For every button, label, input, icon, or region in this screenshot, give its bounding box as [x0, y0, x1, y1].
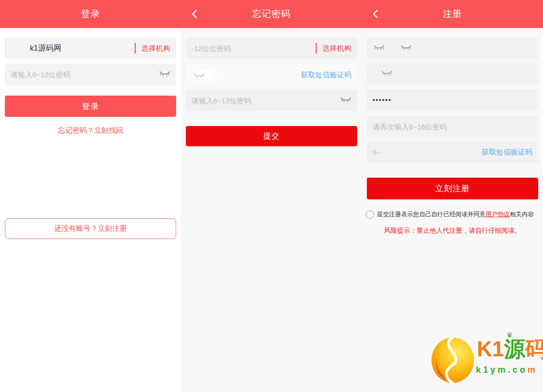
brand-ma: 码 [525, 337, 543, 361]
eye-closed-icon [374, 44, 385, 53]
brand-domain-main: k1ym.co [476, 365, 528, 375]
logo-sphere-icon [431, 337, 474, 383]
password-input[interactable] [11, 70, 159, 79]
choose-org-button[interactable]: 选择机构 [322, 44, 351, 53]
get-sms-code-button[interactable]: 获取短信验证码 [482, 148, 532, 157]
sms-code-field: 获取短信验证码 [186, 64, 357, 85]
forgot-password-panel: 忘记密码 选择机构 获取短信验证码 [181, 0, 362, 392]
register-panel: 注册 [362, 0, 543, 392]
user-agreement-link[interactable]: 用户协议 [486, 211, 510, 218]
back-button[interactable] [188, 8, 200, 20]
account-field[interactable] [367, 38, 538, 59]
forgot-header: 忘记密码 [181, 0, 362, 28]
brand-logo: ♛ K1源码 k1ym.com [431, 335, 543, 383]
eye-closed-icon [401, 44, 412, 53]
agreement-text: 提交注册表示您自己自行已经阅读并同意用户协议相关内容 [377, 210, 534, 219]
password-field [367, 89, 538, 110]
red-divider [316, 43, 317, 54]
back-icon [192, 10, 197, 18]
forgot-password-link[interactable]: 忘记密码？立刻找回 [0, 126, 181, 135]
agreement-radio[interactable] [366, 210, 374, 219]
login-button[interactable]: 登录 [5, 96, 176, 117]
back-button[interactable] [369, 8, 381, 20]
agreement-row: 提交注册表示您自己自行已经阅读并同意用户协议相关内容 [366, 210, 540, 219]
risk-warning-text: 风险提示：禁止他人代注册，请自行仔细阅读。 [367, 226, 538, 235]
account-field: 选择机构 [186, 38, 357, 59]
register-button[interactable]: 立刻注册 [367, 178, 538, 199]
brand-domain-last: m [528, 365, 538, 375]
get-sms-code-button[interactable]: 获取短信验证码 [301, 70, 351, 80]
choose-org-button[interactable]: 选择机构 [141, 44, 170, 53]
confirm-password-input[interactable] [373, 123, 532, 131]
red-divider [135, 43, 136, 54]
account-input[interactable] [192, 44, 312, 53]
brand-wordmark: K1源码 [477, 335, 543, 363]
register-title: 注册 [443, 8, 462, 20]
submit-button[interactable]: 提交 [186, 126, 357, 146]
new-password-input[interactable] [192, 97, 340, 105]
brand-domain: k1ym.com [476, 365, 538, 375]
eye-closed-icon[interactable] [340, 96, 351, 105]
org-field: 选择机构 [5, 38, 176, 59]
sms-code-input[interactable] [373, 148, 482, 156]
eye-closed-icon [381, 70, 392, 78]
confirm-password-field [367, 116, 538, 137]
login-title: 登录 [81, 8, 100, 20]
nickname-field[interactable] [367, 63, 538, 84]
register-header: 注册 [362, 0, 543, 28]
agreement-text-prefix: 提交注册表示您自己自行已经阅读并同意 [377, 211, 486, 218]
app-screen: 登录 选择机构 登录 忘记密码？立刻找回 还没有账号？立刻注册 [0, 0, 543, 392]
eye-closed-icon[interactable] [159, 70, 170, 79]
eye-closed-icon [192, 64, 225, 85]
login-panel: 登录 选择机构 登录 忘记密码？立刻找回 还没有账号？立刻注册 [0, 0, 181, 392]
new-password-field [186, 90, 357, 111]
agreement-text-suffix: 相关内容 [510, 211, 534, 218]
password-field [5, 64, 176, 85]
password-input[interactable] [373, 96, 532, 103]
login-header: 登录 [0, 0, 181, 28]
brand-yuan: 源 [504, 337, 525, 361]
go-register-button[interactable]: 还没有账号？立刻注册 [5, 218, 176, 239]
back-icon [373, 10, 378, 18]
org-input[interactable] [11, 44, 131, 53]
brand-k1: K1 [477, 337, 504, 361]
sms-code-field: 获取短信验证码 [367, 141, 538, 163]
forgot-title: 忘记密码 [252, 8, 291, 20]
